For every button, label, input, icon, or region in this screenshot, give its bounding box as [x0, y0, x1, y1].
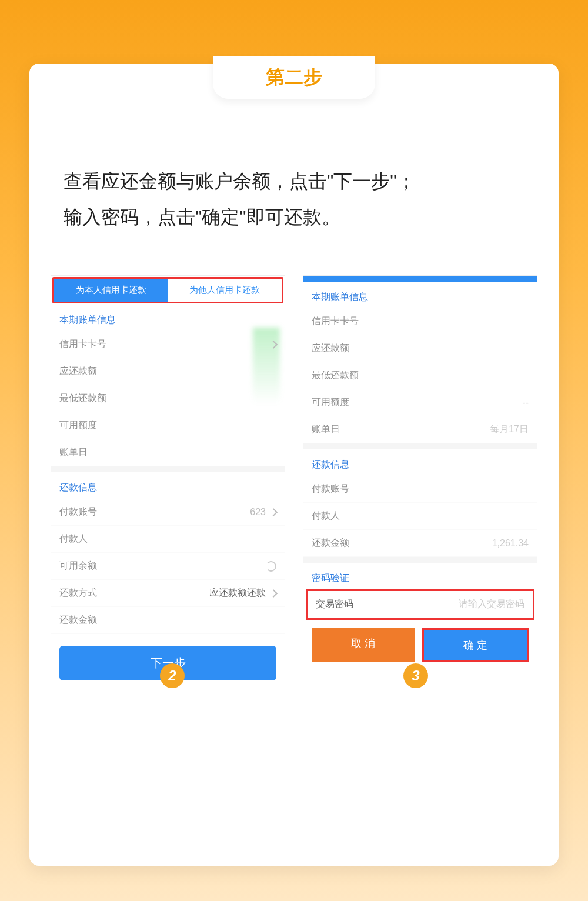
row-card-number[interactable]: 信用卡卡号	[51, 331, 285, 358]
label-repay-method: 还款方式	[59, 587, 209, 599]
row-pay-account-3: 付款账号	[303, 476, 537, 503]
decorative-blur	[253, 328, 280, 404]
row-card-number-3: 信用卡卡号	[303, 308, 537, 335]
value-available: --	[522, 398, 529, 408]
label-due: 应还款额	[312, 342, 529, 355]
row-pay-account[interactable]: 付款账号 623	[51, 499, 285, 526]
instruction-line-1: 查看应还金额与账户余额，点击"下一步"；	[64, 163, 524, 199]
screenshot-step-3: 本期账单信息 信用卡卡号 应还款额 最低还款额 可用额度 -- 账单日 每月17…	[303, 275, 537, 688]
label-available: 可用额度	[312, 396, 522, 409]
screens-row: 为本人信用卡还款 为他人信用卡还款 本期账单信息 信用卡卡号 应还款额 最低还款…	[51, 275, 537, 688]
section-bill-title: 本期账单信息	[51, 305, 285, 331]
label-password: 交易密码	[316, 598, 459, 610]
section-repay-title-3: 还款信息	[303, 449, 537, 476]
row-bill-day-3: 账单日 每月17日	[303, 416, 537, 443]
label-pay-account: 付款账号	[312, 483, 529, 495]
chevron-right-icon	[269, 589, 278, 597]
section-bill-title-3: 本期账单信息	[303, 282, 537, 308]
section-gap	[303, 557, 537, 563]
label-repay-amount: 还款金额	[59, 614, 276, 626]
refresh-icon[interactable]	[266, 561, 276, 572]
value-amount: 1,261.34	[492, 538, 529, 549]
section-repay-title: 还款信息	[51, 472, 285, 499]
row-repay-amount: 还款金额	[51, 607, 285, 634]
label-available-balance: 可用余额	[59, 560, 266, 572]
section-gap	[303, 443, 537, 449]
row-repay-method[interactable]: 还款方式 应还款额还款	[51, 580, 285, 607]
label-bill-day: 账单日	[59, 446, 276, 459]
row-due-3: 应还款额	[303, 335, 537, 362]
label-min-due: 最低还款额	[59, 392, 276, 405]
chevron-right-icon	[269, 508, 278, 516]
step-title-tab: 第二步	[213, 56, 375, 99]
section-gap	[51, 466, 285, 472]
row-due-amount: 应还款额	[51, 358, 285, 385]
password-placeholder: 请输入交易密码	[459, 598, 524, 610]
password-highlight-box: 交易密码 请输入交易密码	[306, 589, 534, 620]
row-min-due: 最低还款额	[51, 385, 285, 412]
section-password-title: 密码验证	[303, 563, 537, 589]
confirm-button[interactable]: 确 定	[422, 628, 529, 662]
row-available-3: 可用额度 --	[303, 389, 537, 416]
step-number-badges: 2 3	[51, 663, 537, 688]
label-min-due: 最低还款额	[312, 369, 529, 382]
row-min-due-3: 最低还款额	[303, 362, 537, 389]
instructions-block: 查看应还金额与账户余额，点击"下一步"； 输入密码，点击"确定"即可还款。	[64, 163, 524, 235]
row-payer: 付款人	[51, 526, 285, 553]
label-bill-day: 账单日	[312, 423, 490, 436]
badge-3: 3	[294, 663, 537, 688]
label-pay-account: 付款账号	[59, 506, 250, 518]
row-payer-3: 付款人	[303, 503, 537, 530]
repay-tabs-highlight: 为本人信用卡还款 为他人信用卡还款	[52, 277, 283, 303]
label-card-number: 信用卡卡号	[312, 315, 529, 328]
instruction-line-2: 输入密码，点击"确定"即可还款。	[64, 199, 524, 235]
badge-2-text: 2	[160, 663, 185, 688]
row-amount-3: 还款金额 1,261.34	[303, 530, 537, 557]
label-payer: 付款人	[312, 510, 529, 522]
instruction-card: 查看应还金额与账户余额，点击"下一步"； 输入密码，点击"确定"即可还款。 为本…	[29, 64, 559, 866]
top-bar	[303, 276, 537, 282]
row-available-limit: 可用额度	[51, 412, 285, 439]
badge-3-text: 3	[403, 663, 428, 688]
screenshot-step-2: 为本人信用卡还款 为他人信用卡还款 本期账单信息 信用卡卡号 应还款额 最低还款…	[51, 275, 285, 688]
value-bill-day: 每月17日	[490, 423, 529, 436]
row-password[interactable]: 交易密码 请输入交易密码	[308, 591, 533, 618]
tab-repay-other[interactable]: 为他人信用卡还款	[168, 279, 282, 302]
value-repay-method: 应还款额还款	[209, 587, 266, 599]
label-due: 应还款额	[59, 365, 276, 378]
row-bill-day: 账单日	[51, 439, 285, 466]
label-payer: 付款人	[59, 533, 276, 545]
label-available: 可用额度	[59, 419, 276, 432]
cancel-button[interactable]: 取 消	[312, 628, 415, 662]
label-card-number: 信用卡卡号	[59, 338, 266, 351]
value-pay-account: 623	[250, 507, 266, 518]
badge-2: 2	[51, 663, 294, 688]
label-amount: 还款金额	[312, 537, 492, 549]
row-available-balance[interactable]: 可用余额	[51, 553, 285, 580]
tab-repay-self[interactable]: 为本人信用卡还款	[54, 279, 168, 302]
